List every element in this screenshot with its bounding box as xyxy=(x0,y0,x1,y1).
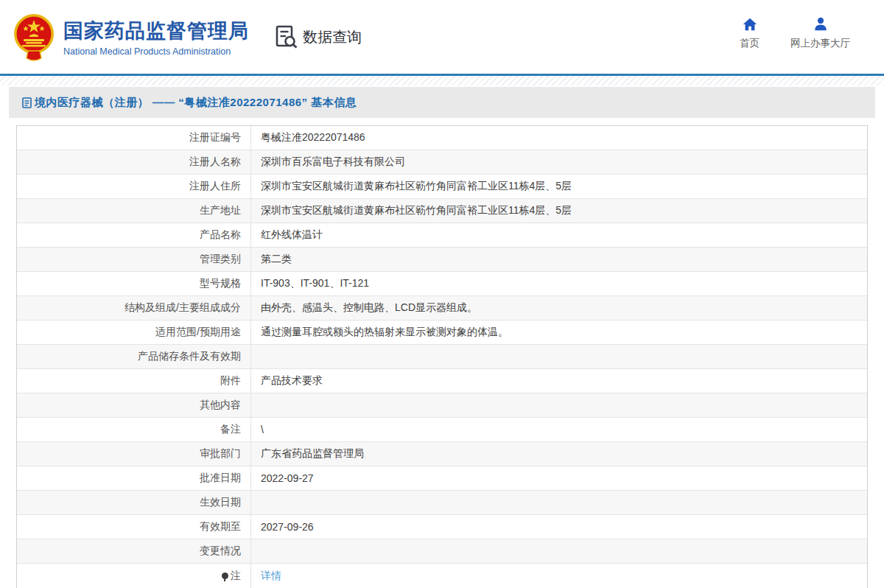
row-value: 通过测量耳腔或额头的热辐射来显示被测对象的体温。 xyxy=(251,321,867,344)
table-row: 批准日期2022-09-27 xyxy=(17,466,867,491)
table-row: 有效期至2027-09-26 xyxy=(17,515,867,539)
org-name-en: National Medical Products Administration xyxy=(63,46,249,57)
table-row: 其他内容 xyxy=(17,393,867,418)
table-row: 注详情 xyxy=(17,564,867,588)
row-label: 其他内容 xyxy=(17,393,251,417)
table-row: 变更情况 xyxy=(17,539,867,564)
table-row: 附件产品技术要求 xyxy=(17,369,867,393)
row-label: 生产地址 xyxy=(17,199,251,223)
row-value: \ xyxy=(251,418,867,441)
row-label: 产品名称 xyxy=(17,223,251,247)
top-nav: 首页 网上办事大厅 xyxy=(740,16,850,50)
row-value: 粤械注准20222071486 xyxy=(251,126,867,150)
user-icon xyxy=(813,16,829,32)
info-table: 注册证编号粤械注准20222071486注册人名称深圳市百乐富电子科技有限公司注… xyxy=(16,125,868,588)
table-row: 管理类别第二类 xyxy=(17,248,867,272)
row-label: 型号规格 xyxy=(17,272,251,295)
table-row: 审批部门广东省药品监督管理局 xyxy=(17,442,867,466)
nav-service-hall[interactable]: 网上办事大厅 xyxy=(790,16,850,50)
national-emblem-icon xyxy=(12,13,56,61)
row-value: 深圳市百乐富电子科技有限公司 xyxy=(251,150,867,174)
row-label: 注册人住所 xyxy=(17,175,251,198)
row-value: 由外壳、感温头、控制电路、LCD显示器组成。 xyxy=(251,296,867,320)
document-icon xyxy=(22,97,32,108)
row-label: 备注 xyxy=(17,418,251,441)
page-title-band: 境内医疗器械（注册） —— “粤械注准20222071486” 基本信息 xyxy=(9,87,875,118)
table-row: 生效日期 xyxy=(17,491,867,515)
data-query-section[interactable]: 数据查询 xyxy=(276,25,362,49)
row-label: 附件 xyxy=(17,369,251,393)
table-row: 备注\ xyxy=(17,418,867,442)
row-value: 详情 xyxy=(251,564,867,588)
row-label: 生效日期 xyxy=(17,491,251,514)
row-value: 2027-09-26 xyxy=(251,515,867,539)
site-header: 国家药品监督管理局 National Medical Products Admi… xyxy=(0,0,884,74)
row-value xyxy=(251,539,867,563)
row-value: 广东省药品监督管理局 xyxy=(251,442,867,466)
row-value: 2022-09-27 xyxy=(251,466,867,490)
row-value: 红外线体温计 xyxy=(251,223,867,247)
row-label: 结构及组成/主要组成成分 xyxy=(17,296,251,320)
row-label: 注册证编号 xyxy=(17,126,251,150)
hatch-texture-strip xyxy=(0,76,884,85)
row-value xyxy=(251,491,867,514)
row-label: 批准日期 xyxy=(17,466,251,490)
row-label: 管理类别 xyxy=(17,248,251,271)
table-row: 结构及组成/主要组成成分由外壳、感温头、控制电路、LCD显示器组成。 xyxy=(17,296,867,321)
row-label: 审批部门 xyxy=(17,442,251,466)
home-icon xyxy=(742,16,758,32)
row-label: 变更情况 xyxy=(17,539,251,563)
table-row: 注册证编号粤械注准20222071486 xyxy=(17,126,867,150)
row-value: 深圳市宝安区航城街道黄麻布社区簕竹角同富裕工业区11栋4层、5层 xyxy=(251,199,867,223)
note-icon xyxy=(222,573,228,579)
table-row: 生产地址深圳市宝安区航城街道黄麻布社区簕竹角同富裕工业区11栋4层、5层 xyxy=(17,199,867,223)
row-value: 深圳市宝安区航城街道黄麻布社区簕竹角同富裕工业区11栋4层、5层 xyxy=(251,175,867,198)
table-row: 适用范围/预期用途通过测量耳腔或额头的热辐射来显示被测对象的体温。 xyxy=(17,321,867,345)
row-value: 第二类 xyxy=(251,248,867,271)
table-row: 产品储存条件及有效期 xyxy=(17,345,867,369)
row-label: 注册人名称 xyxy=(17,150,251,174)
row-value: 产品技术要求 xyxy=(251,369,867,393)
site-logo[interactable]: 国家药品监督管理局 National Medical Products Admi… xyxy=(12,13,249,61)
row-value xyxy=(251,345,867,368)
nav-home[interactable]: 首页 xyxy=(740,16,760,50)
org-name-cn: 国家药品监督管理局 xyxy=(63,18,249,44)
document-search-icon xyxy=(276,25,298,49)
row-label: 有效期至 xyxy=(17,515,251,539)
data-query-label: 数据查询 xyxy=(303,27,362,47)
row-label: 产品储存条件及有效期 xyxy=(17,345,251,368)
nav-service-hall-label: 网上办事大厅 xyxy=(790,37,850,50)
row-value: IT-903、IT-901、IT-121 xyxy=(251,272,867,295)
table-row: 注册人名称深圳市百乐富电子科技有限公司 xyxy=(17,150,867,175)
table-row: 产品名称红外线体温计 xyxy=(17,223,867,248)
detail-link[interactable]: 详情 xyxy=(261,570,281,583)
page-title: 境内医疗器械（注册） —— “粤械注准20222071486” 基本信息 xyxy=(35,96,357,110)
row-value xyxy=(251,393,867,417)
row-label: 注 xyxy=(17,564,251,588)
row-label: 适用范围/预期用途 xyxy=(17,321,251,344)
nav-home-label: 首页 xyxy=(740,37,760,50)
table-row: 型号规格IT-903、IT-901、IT-121 xyxy=(17,272,867,296)
table-row: 注册人住所深圳市宝安区航城街道黄麻布社区簕竹角同富裕工业区11栋4层、5层 xyxy=(17,175,867,199)
